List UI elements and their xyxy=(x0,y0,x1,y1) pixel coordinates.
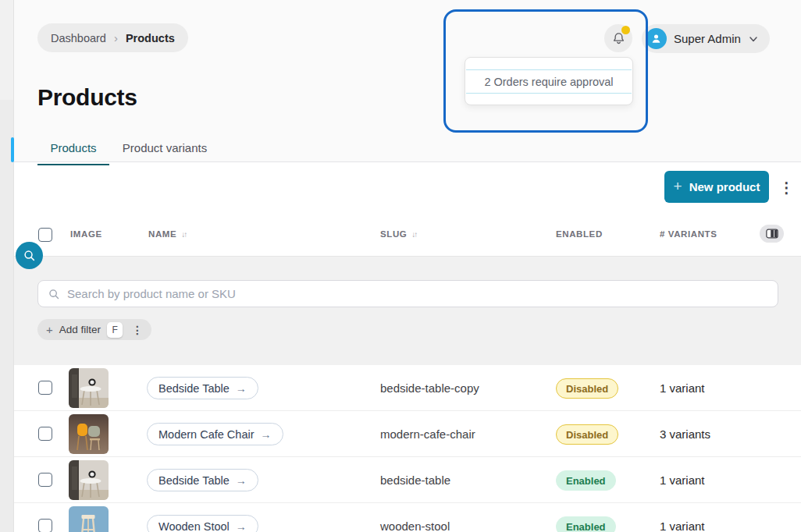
product-image xyxy=(69,506,109,532)
product-name-link[interactable]: Modern Cafe Chair → xyxy=(147,423,283,445)
chevron-down-icon xyxy=(748,34,759,44)
column-header-enabled: ENABLED xyxy=(556,229,603,239)
product-slug: wooden-stool xyxy=(380,520,450,532)
row-checkbox[interactable] xyxy=(38,427,52,441)
notification-popup[interactable]: 2 Orders require approval xyxy=(465,57,633,105)
breadcrumb-current: Products xyxy=(126,32,175,44)
product-slug: bedside-table xyxy=(380,473,450,487)
plus-icon: + xyxy=(674,178,682,195)
sidebar-top-section xyxy=(0,0,13,100)
product-name-link[interactable]: Bedside Table → xyxy=(147,377,258,399)
product-name-link[interactable]: Bedside Table → xyxy=(147,469,258,491)
notification-message[interactable]: 2 Orders require approval xyxy=(465,76,632,88)
plus-icon: + xyxy=(46,323,53,336)
search-icon xyxy=(48,288,60,300)
status-badge: Enabled xyxy=(556,470,616,491)
new-product-button[interactable]: + New product xyxy=(664,171,769,203)
breadcrumb: Dashboard › Products xyxy=(37,23,188,52)
tab-product-variants[interactable]: Product variants xyxy=(117,141,212,164)
row-checkbox[interactable] xyxy=(38,519,52,532)
table-row: Modern Cafe Chair → modern-cafe-chair Di… xyxy=(14,411,801,457)
breadcrumb-dashboard-link[interactable]: Dashboard xyxy=(51,32,106,44)
arrow-right-icon: → xyxy=(261,428,272,441)
column-header-slug[interactable]: SLUG ↓↑ xyxy=(380,229,416,239)
product-slug: modern-cafe-chair xyxy=(380,427,475,441)
product-table-body: Bedside Table → bedside-table-copy Disab… xyxy=(14,365,801,532)
filter-panel xyxy=(14,256,801,365)
breadcrumb-separator-icon: › xyxy=(114,31,118,44)
variant-count: 1 variant xyxy=(660,520,705,532)
page-title: Products xyxy=(37,84,137,111)
arrow-right-icon: → xyxy=(236,382,247,395)
status-badge: Enabled xyxy=(556,516,616,532)
user-menu-button[interactable]: Super Admin xyxy=(642,24,770,53)
tab-products[interactable]: Products xyxy=(37,141,109,165)
search-icon xyxy=(23,249,36,262)
table-row: Bedside Table → bedside-table Enabled 1 … xyxy=(14,457,801,503)
column-settings-button[interactable] xyxy=(760,225,784,243)
variant-count: 1 variant xyxy=(660,381,705,395)
keyboard-shortcut-badge: F xyxy=(107,322,123,338)
variant-count: 3 variants xyxy=(660,427,710,441)
search-bar xyxy=(37,280,778,307)
new-product-label: New product xyxy=(689,180,760,193)
columns-icon xyxy=(766,229,778,239)
search-fab-button[interactable] xyxy=(16,242,43,269)
row-checkbox[interactable] xyxy=(38,473,52,487)
search-input[interactable] xyxy=(67,287,768,300)
column-header-variants: # VARIANTS xyxy=(660,229,717,239)
column-header-image: IMAGE xyxy=(70,229,102,239)
product-slug: bedside-table-copy xyxy=(380,381,479,395)
filter-kebab-icon[interactable]: ⋮ xyxy=(132,324,143,336)
add-filter-label: Add filter xyxy=(59,324,101,335)
product-image xyxy=(69,414,109,454)
product-image xyxy=(69,368,109,408)
notification-badge-dot xyxy=(621,26,630,34)
table-row: Bedside Table → bedside-table-copy Disab… xyxy=(14,365,801,411)
arrow-right-icon: → xyxy=(236,474,247,487)
status-badge: Disabled xyxy=(556,378,618,399)
product-name-link[interactable]: Wooden Stool → xyxy=(147,515,258,532)
popup-divider xyxy=(466,69,632,70)
kebab-menu-button[interactable]: ⋮ xyxy=(779,178,793,198)
table-row: Wooden Stool → wooden-stool Enabled 1 va… xyxy=(14,503,801,532)
variant-count: 1 variant xyxy=(660,473,705,487)
add-filter-button[interactable]: + Add filter F ⋮ xyxy=(37,319,151,340)
column-header-name[interactable]: NAME ↓↑ xyxy=(148,229,186,239)
arrow-right-icon: → xyxy=(236,520,247,532)
sort-icon[interactable]: ↓↑ xyxy=(181,230,186,239)
user-name: Super Admin xyxy=(674,32,741,45)
select-all-checkbox[interactable] xyxy=(38,228,52,242)
row-checkbox[interactable] xyxy=(38,381,52,395)
popup-divider xyxy=(466,93,632,94)
product-image xyxy=(69,460,109,500)
sort-icon[interactable]: ↓↑ xyxy=(411,230,416,239)
avatar xyxy=(646,28,667,49)
status-badge: Disabled xyxy=(556,424,618,445)
